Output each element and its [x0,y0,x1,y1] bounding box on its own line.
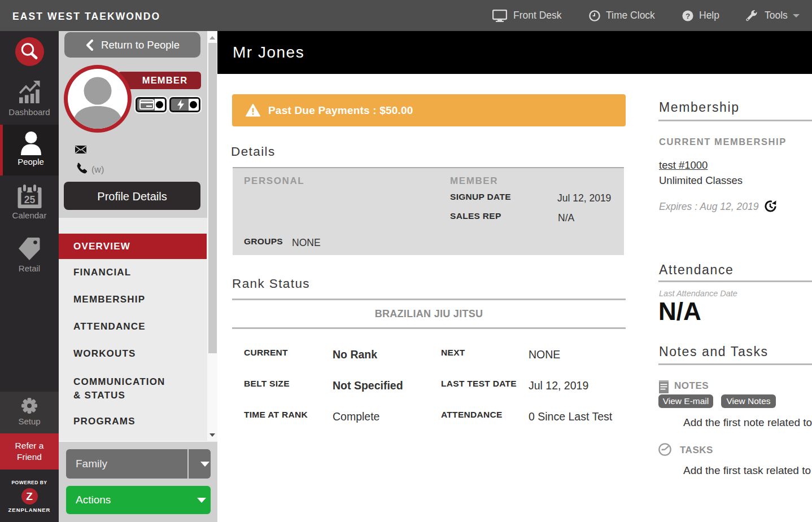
svg-text:?: ? [686,11,690,20]
svg-text:25: 25 [24,194,35,205]
